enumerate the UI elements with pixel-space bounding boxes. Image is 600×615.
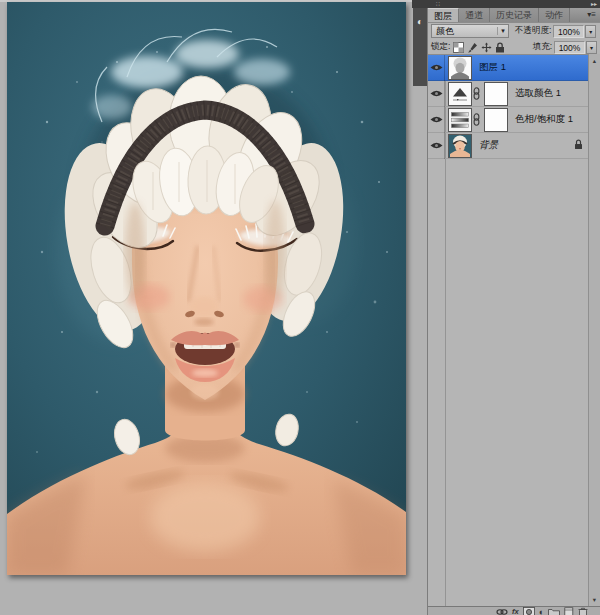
layers-panel: 图层 通道 历史记录 动作 ▾≡ 颜色 ▾ 不透明度: 100% ▾ 锁定: 填… <box>427 8 600 615</box>
lock-label: 锁定: <box>431 41 450 53</box>
blend-options-row: 颜色 ▾ 不透明度: 100% ▾ <box>428 23 600 39</box>
fill-value[interactable]: 100% <box>554 41 585 54</box>
tab-layers[interactable]: 图层 <box>428 8 459 22</box>
collapsed-panel-dock: ◐ <box>413 8 427 86</box>
layer-name[interactable]: 选取颜色 1 <box>515 87 561 100</box>
layers-panel-bottom-bar: fx ◐ <box>428 606 600 615</box>
layer-name[interactable]: 色相/饱和度 1 <box>515 113 573 126</box>
fill-label: 填充: <box>533 41 552 53</box>
panel-dock-titlebar: ∷ ▸▸ <box>412 0 600 8</box>
tab-history[interactable]: 历史记录 <box>490 8 539 22</box>
panel-tab-bar: 图层 通道 历史记录 动作 ▾≡ <box>428 8 600 23</box>
photoshop-workspace: ∷ ▸▸ ◐ 图层 通道 历史记录 动作 ▾≡ 颜色 ▾ 不透明度: 100% … <box>0 0 600 615</box>
new-adjustment-layer-icon[interactable]: ◐ <box>539 607 544 615</box>
adjustment-layer-icon[interactable] <box>448 82 472 106</box>
tab-channels[interactable]: 通道 <box>459 8 490 22</box>
panel-menu-icon[interactable]: ▾≡ <box>587 8 600 22</box>
scroll-down-icon[interactable]: ▾ <box>589 594 600 605</box>
visibility-eye-icon[interactable] <box>428 81 445 107</box>
collapse-dock-icon[interactable]: ▸▸ <box>591 0 597 8</box>
tab-actions[interactable]: 动作 <box>539 8 570 22</box>
lock-pixels-brush-icon[interactable] <box>467 42 478 53</box>
new-layer-icon[interactable] <box>564 607 574 615</box>
layer-style-fx-icon[interactable]: fx <box>512 607 519 615</box>
add-layer-mask-icon[interactable] <box>523 607 535 615</box>
layer-thumbnail[interactable] <box>448 56 472 80</box>
mask-link-icon[interactable] <box>473 87 480 100</box>
layer-thumbnail[interactable] <box>448 134 472 158</box>
background-lock-icon <box>574 139 583 152</box>
layers-list: 图层 1 选取颜色 1 <box>428 54 588 606</box>
layer-row-layer1[interactable]: 图层 1 <box>428 55 588 81</box>
lock-all-icon[interactable] <box>495 42 505 53</box>
visibility-eye-icon[interactable] <box>428 133 445 159</box>
opacity-value[interactable]: 100% <box>553 25 584 38</box>
lock-position-move-icon[interactable] <box>481 42 492 53</box>
blend-mode-dropdown[interactable]: 颜色 ▾ <box>431 24 509 38</box>
layer-row-hue-saturation[interactable]: 色相/饱和度 1 <box>428 107 588 133</box>
link-layers-icon[interactable] <box>496 607 508 615</box>
document-canvas-area <box>0 0 412 615</box>
chevron-down-icon: ▾ <box>497 27 508 35</box>
delete-layer-trash-icon[interactable] <box>578 607 588 615</box>
layer-mask-thumbnail[interactable] <box>484 82 508 106</box>
lock-transparency-icon[interactable] <box>453 42 464 53</box>
layers-scrollbar[interactable]: ▴ ▾ <box>588 54 600 606</box>
layer-row-selective-color[interactable]: 选取颜色 1 <box>428 81 588 107</box>
layer-name[interactable]: 背景 <box>479 139 498 152</box>
adjustments-panel-icon[interactable]: ◐ <box>414 16 426 28</box>
visibility-eye-icon[interactable] <box>428 107 445 133</box>
layer-row-background[interactable]: 背景 <box>428 133 588 159</box>
lock-options-row: 锁定: 填充: 100% ▾ <box>428 39 600 55</box>
photo-canvas[interactable] <box>7 2 406 575</box>
layer-mask-thumbnail[interactable] <box>484 108 508 132</box>
fill-popup-button[interactable]: ▾ <box>586 41 597 54</box>
opacity-popup-button[interactable]: ▾ <box>585 25 596 38</box>
visibility-eye-icon[interactable] <box>428 55 445 81</box>
adjustment-layer-icon[interactable] <box>448 108 472 132</box>
mask-link-icon[interactable] <box>473 113 480 126</box>
new-group-icon[interactable] <box>548 607 560 615</box>
opacity-label: 不透明度: <box>515 25 551 37</box>
portrait-photo <box>7 2 406 575</box>
scroll-up-icon[interactable]: ▴ <box>589 55 600 66</box>
blend-mode-value: 颜色 <box>432 25 497 38</box>
layer-name[interactable]: 图层 1 <box>479 61 506 74</box>
dock-grip-icon: ∷ <box>436 0 441 8</box>
